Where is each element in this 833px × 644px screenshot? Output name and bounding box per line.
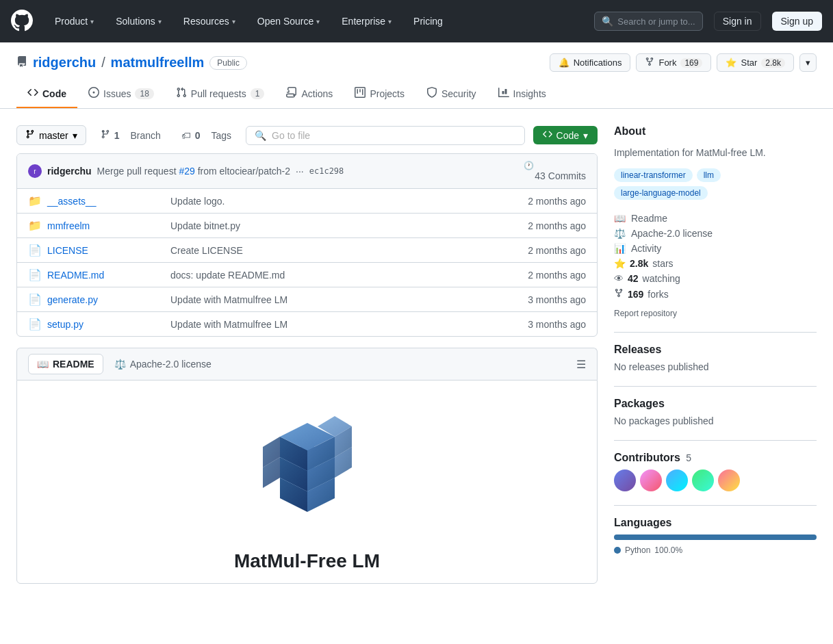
file-link[interactable]: generate.py [47, 294, 170, 305]
readme-tab-license[interactable]: ⚖️ Apache-2.0 license [106, 355, 220, 374]
branch-selector[interactable]: master ▾ [16, 125, 86, 145]
nav-pricing[interactable]: Pricing [408, 12, 448, 31]
signin-button[interactable]: Sign in [714, 12, 761, 31]
file-link[interactable]: README.md [47, 270, 170, 281]
report-repository-link[interactable]: Report repository [614, 309, 677, 318]
top-navigation: Product ▾ Solutions ▾ Resources ▾ Open S… [0, 0, 833, 42]
readme-title: MatMul-Free LM [234, 550, 380, 572]
contributors-list [614, 469, 817, 491]
tag-llm[interactable]: llm [697, 168, 721, 182]
star-button[interactable]: ⭐ Star 2.8k [717, 53, 794, 72]
repo-name[interactable]: matmulfreellm [111, 55, 205, 70]
contributor-avatar-1[interactable] [614, 469, 636, 491]
commits-count-link[interactable]: 43 Commits [535, 170, 586, 181]
notifications-button[interactable]: 🔔 Notifications [550, 53, 631, 72]
signup-button[interactable]: Sign up [772, 12, 822, 31]
table-row: 📄 LICENSE Create LICENSE 2 months ago [17, 238, 597, 263]
issues-icon [88, 87, 99, 100]
table-row: 📄 generate.py Update with Matmulfree LM … [17, 287, 597, 312]
about-title: About [614, 125, 817, 138]
file-link[interactable]: __assets__ [47, 196, 170, 207]
nav-enterprise[interactable]: Enterprise ▾ [336, 12, 397, 31]
latest-commit-row: r ridgerchu Merge pull request #29 from … [17, 154, 597, 189]
contributor-avatar-4[interactable] [692, 469, 714, 491]
branch-count-icon [101, 129, 110, 141]
tag-large-language-model[interactable]: large-language-model [614, 186, 708, 200]
nav-open-source[interactable]: Open Source ▾ [252, 12, 326, 31]
language-python[interactable]: Python 100.0% [614, 545, 817, 555]
projects-icon [355, 87, 366, 100]
file-search[interactable]: 🔍 Go to file [246, 126, 524, 145]
languages-title: Languages [614, 517, 817, 529]
commit-author-avatar[interactable]: r [28, 164, 42, 178]
main-content: master ▾ 1 Branch 🏷 0 Tags 🔍 Go to file [0, 109, 833, 600]
owner-link[interactable]: ridgerchu [33, 55, 96, 70]
code-button[interactable]: Code ▾ [533, 126, 598, 144]
table-row: 📁 __assets__ Update logo. 2 months ago [17, 189, 597, 214]
tab-projects[interactable]: Projects [344, 80, 415, 108]
tab-security[interactable]: Security [415, 80, 487, 108]
file-commit-msg: Update logo. [170, 196, 528, 207]
repo-type-icon [16, 56, 27, 70]
github-logo[interactable] [11, 10, 33, 34]
file-table: r ridgerchu Merge pull request #29 from … [16, 153, 598, 337]
readme-list-button[interactable]: ☰ [576, 358, 586, 371]
tags-count-btn[interactable]: 🏷 0 Tags [175, 126, 238, 145]
nav-resources[interactable]: Resources ▾ [178, 12, 241, 31]
repo-actions: 🔔 Notifications Fork 169 ⭐ Star 2.8k ▾ [550, 53, 817, 72]
file-link[interactable]: mmfreelm [47, 220, 170, 231]
file-link[interactable]: setup.py [47, 319, 170, 330]
file-commit-msg: docs: update README.md [170, 270, 528, 281]
table-row: 📄 README.md docs: update README.md 2 mon… [17, 263, 597, 287]
tab-issues[interactable]: Issues 18 [77, 80, 165, 108]
table-row: 📄 setup.py Update with Matmulfree LM 3 m… [17, 312, 597, 336]
forks-stat[interactable]: 169 forks [614, 286, 817, 302]
nav-solutions[interactable]: Solutions ▾ [110, 12, 167, 31]
law-icon: ⚖️ [114, 359, 126, 370]
file-commit-msg: Update with Matmulfree LM [170, 319, 528, 330]
commit-hash[interactable]: ec1c298 [309, 166, 344, 176]
tab-code[interactable]: Code [16, 80, 77, 108]
tab-actions[interactable]: Actions [275, 80, 344, 108]
folder-icon: 📁 [28, 219, 42, 232]
stars-stat[interactable]: ⭐ 2.8k stars [614, 256, 817, 271]
python-label: Python [625, 545, 650, 555]
contributor-avatar-3[interactable] [666, 469, 688, 491]
readme-link[interactable]: 📖 Readme [614, 211, 817, 226]
nav-product[interactable]: Product ▾ [49, 12, 99, 31]
commit-author[interactable]: ridgerchu [47, 166, 92, 177]
commit-dots[interactable]: ··· [296, 166, 304, 177]
open-source-chevron-icon: ▾ [316, 18, 320, 25]
commit-message: Merge pull request #29 from eltociear/pa… [97, 166, 291, 177]
file-icon: 📄 [28, 268, 42, 281]
license-link[interactable]: ⚖️ Apache-2.0 license [614, 226, 817, 241]
fork-button[interactable]: Fork 169 [636, 53, 711, 72]
branch-chevron-icon: ▾ [73, 130, 77, 141]
sidebar-divider-3 [614, 440, 817, 441]
search-icon: 🔍 [255, 130, 266, 141]
readme-tab-readme[interactable]: 📖 README [28, 354, 103, 374]
pr-link[interactable]: #29 [179, 166, 194, 177]
activity-link[interactable]: 📊 Activity [614, 241, 817, 256]
tab-pull-requests[interactable]: Pull requests 1 [165, 80, 276, 108]
tab-insights[interactable]: Insights [487, 80, 557, 108]
solutions-chevron-icon: ▾ [158, 18, 162, 25]
bell-icon: 🔔 [559, 57, 569, 68]
pr-icon [176, 87, 187, 100]
about-description: Implementation for MatMul-free LM. [614, 146, 817, 160]
security-icon [426, 87, 437, 100]
file-link[interactable]: LICENSE [47, 245, 170, 256]
commit-time: 🕐 43 Commits [524, 161, 586, 181]
product-chevron-icon: ▾ [90, 18, 94, 25]
contributor-avatar-2[interactable] [640, 469, 662, 491]
branch-count-btn[interactable]: 1 Branch [94, 125, 167, 145]
insights-icon [498, 87, 509, 100]
star-dropdown-button[interactable]: ▾ [799, 53, 817, 72]
resources-chevron-icon: ▾ [232, 18, 235, 25]
contributor-avatar-5[interactable] [718, 469, 740, 491]
global-search[interactable]: 🔍 Search or jump to... [594, 12, 702, 31]
releases-section: Releases No releases published [614, 344, 817, 372]
tag-linear-transformer[interactable]: linear-transformer [614, 168, 693, 182]
watching-stat[interactable]: 👁 42 watching [614, 271, 817, 286]
branch-icon [25, 129, 35, 141]
